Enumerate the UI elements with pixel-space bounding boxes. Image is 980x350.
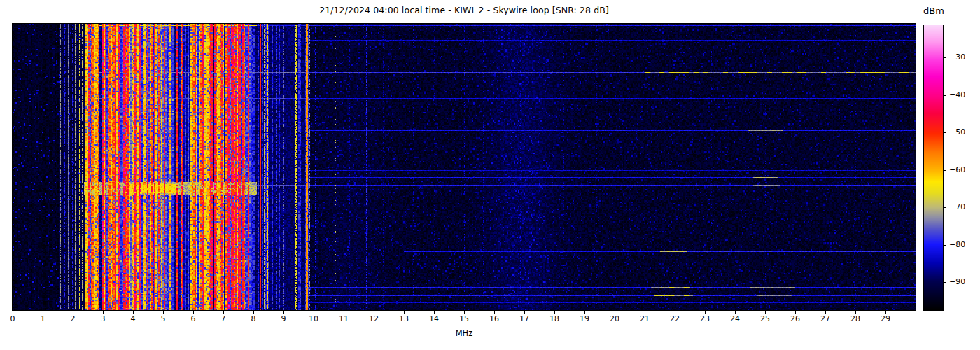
colorbar-tick-mark	[944, 95, 946, 96]
colorbar-tick-label: −60	[949, 165, 965, 175]
colorbar-tick-label: −70	[949, 202, 965, 212]
x-tick-label: 2	[71, 314, 76, 323]
x-tick-label: 15	[459, 314, 469, 323]
spectrogram-heatmap	[13, 24, 916, 310]
plot-area	[12, 23, 916, 311]
colorbar-gradient	[924, 25, 943, 310]
x-tick-label: 20	[610, 314, 620, 323]
colorbar-tick-label: −40	[949, 90, 965, 100]
chart-title: 21/12/2024 04:00 local time - KIWI_2 - S…	[12, 5, 916, 15]
x-axis-label: MHz	[12, 328, 916, 338]
colorbar-tick-mark	[944, 170, 946, 171]
x-tick-label: 27	[820, 314, 830, 323]
x-tick-label: 24	[730, 314, 740, 323]
x-tick-label: 7	[221, 314, 226, 323]
colorbar-unit-label: dBm	[918, 6, 949, 16]
colorbar-tick-mark	[944, 245, 946, 246]
x-tick-label: 0	[10, 314, 15, 323]
x-tick-label: 21	[640, 314, 650, 323]
x-tick-label: 22	[670, 314, 680, 323]
colorbar-tick-mark	[944, 132, 946, 133]
x-tick-label: 1	[41, 314, 46, 323]
x-tick-label: 5	[161, 314, 166, 323]
x-tick-label: 6	[191, 314, 196, 323]
x-tick-label: 13	[399, 314, 409, 323]
colorbar-tick-label: −30	[949, 52, 965, 62]
x-tick-label: 8	[251, 314, 256, 323]
x-tick-label: 18	[550, 314, 559, 323]
x-tick-label: 14	[429, 314, 439, 323]
x-tick-label: 3	[101, 314, 106, 323]
x-tick-label: 16	[489, 314, 499, 323]
x-tick-label: 28	[850, 314, 860, 323]
x-tick-label: 10	[309, 314, 318, 323]
x-tick-label: 4	[131, 314, 136, 323]
colorbar-tick-mark	[944, 282, 946, 283]
x-tick-label: 19	[580, 314, 589, 323]
x-tick-label: 23	[700, 314, 710, 323]
x-tick-label: 17	[519, 314, 529, 323]
colorbar-tick-label: −80	[949, 240, 965, 250]
x-tick-label: 9	[281, 314, 286, 323]
spectrogram-figure: 21/12/2024 04:00 local time - KIWI_2 - S…	[0, 0, 980, 350]
x-tick-label: 29	[881, 314, 890, 323]
colorbar-tick-label: −90	[949, 277, 965, 287]
x-tick-label: 11	[339, 314, 349, 323]
x-tick-label: 12	[369, 314, 379, 323]
colorbar	[923, 24, 944, 311]
x-tick-label: 26	[790, 314, 800, 323]
colorbar-tick-mark	[944, 207, 946, 208]
colorbar-tick-label: −50	[949, 127, 965, 137]
colorbar-tick-mark	[944, 57, 946, 58]
x-tick-label: 25	[760, 314, 770, 323]
